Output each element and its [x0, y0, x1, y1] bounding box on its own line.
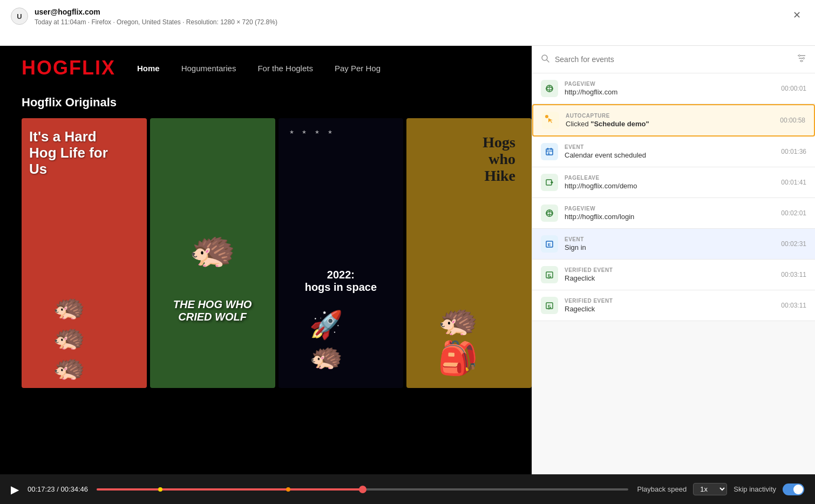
svg-point-5 [799, 55, 800, 57]
card-3-stars: ★ ★ ★ ★ [289, 129, 336, 135]
event-description: http://hogflix.com/login [565, 213, 775, 221]
event-item-signin[interactable]: E EVENT Sign in 00:02:31 [532, 229, 815, 260]
event-content: EVENT Sign in [565, 236, 775, 251]
card-1-title: It's a Hard Hog Life for Us [29, 129, 126, 178]
right-panel: PAGEVIEW http://hogflix.com 00:00:01 AUT… [532, 46, 815, 474]
search-area [532, 46, 815, 73]
event-type-label: VERIFIED EVENT [565, 267, 775, 273]
event-content: PAGEVIEW http://hogflix.com [565, 81, 775, 96]
event-time: 00:02:01 [781, 209, 806, 217]
playback-speed-label: Playback speed [637, 485, 687, 493]
card-3-illustration: 🚀🦔 [309, 309, 372, 372]
event-time: 00:00:01 [781, 85, 806, 92]
play-button[interactable]: ▶ [11, 483, 19, 496]
event-content: VERIFIED EVENT Rageclick [565, 267, 775, 282]
card-4-title: HogswhoHike [483, 134, 515, 184]
event-time: 00:03:11 [781, 271, 806, 278]
event-time: 00:03:11 [781, 302, 806, 309]
event-content: EVENT Calendar event scheduled [565, 144, 775, 159]
event-type-label: EVENT [565, 144, 775, 150]
progress-dot-orange [286, 487, 290, 492]
nav-pay-per-hog[interactable]: Pay Per Hog [335, 64, 381, 73]
event-item-rageclick-2[interactable]: E VERIFIED EVENT Rageclick 00:03:11 [532, 290, 815, 321]
skip-inactivity-toggle[interactable] [783, 483, 804, 495]
event-icon-pageview [541, 80, 558, 97]
event-time: 00:01:36 [781, 148, 806, 155]
event-time: 00:01:41 [781, 179, 806, 186]
movie-card-4[interactable]: HogswhoHike 🦔🎒 [406, 118, 532, 388]
event-description: Rageclick [565, 274, 775, 282]
movie-card-2[interactable]: THE HOG WHO CRIED WOLF 🦔 [150, 118, 275, 388]
card-4-illustration: 🦔🎒 [438, 301, 500, 377]
events-list: PAGEVIEW http://hogflix.com 00:00:01 AUT… [532, 73, 815, 474]
current-time: 00:17:23 [28, 485, 55, 493]
progress-fill [97, 488, 363, 491]
hogflix-content: Hogflix Originals It's a Hard Hog Life f… [0, 90, 532, 388]
event-description: Rageclick [565, 305, 775, 313]
event-item-autocapture[interactable]: AUTOCAPTURE Clicked "Schedule demo" 00:0… [532, 104, 815, 137]
movie-card-3[interactable]: 2022:hogs in space 🚀🦔 ★ ★ ★ ★ [279, 118, 404, 388]
event-icon-event: E [541, 143, 558, 160]
search-icon [541, 54, 549, 65]
event-time: 00:02:31 [781, 240, 806, 248]
event-type-label: VERIFIED EVENT [565, 298, 775, 304]
event-icon-pageview-2 [541, 205, 558, 222]
svg-text:E: E [548, 242, 551, 247]
event-item-pageview-2[interactable]: PAGEVIEW http://hogflix.com/login 00:02:… [532, 198, 815, 229]
right-controls: Playback speed 0.5x 1x 1.5x 2x 4x Skip i… [637, 483, 804, 495]
card-2-illustration: 🦔 [189, 227, 236, 271]
main-area: HOGFLIX Home Hogumentaries For the Hogle… [0, 46, 815, 474]
close-button[interactable]: ✕ [789, 8, 804, 23]
movie-card-1[interactable]: It's a Hard Hog Life for Us 🦔🦔🦔 [22, 118, 147, 388]
event-content: PAGELEAVE http://hogflix.com/demo [565, 175, 775, 190]
event-icon-signin: E [541, 235, 558, 253]
search-input[interactable] [555, 55, 791, 64]
section-title: Hogflix Originals [22, 96, 532, 110]
svg-point-6 [803, 58, 805, 59]
event-item-rageclick-1[interactable]: E VERIFIED EVENT Rageclick 00:03:11 [532, 260, 815, 290]
event-type-label: PAGELEAVE [565, 175, 775, 181]
event-icon-autocapture [542, 112, 559, 129]
session-meta: Today at 11:04am · Firefox · Oregon, Uni… [35, 18, 277, 26]
time-display: 00:17:23 / 00:34:46 [28, 485, 88, 493]
svg-point-7 [801, 60, 803, 62]
nav-for-hoglets[interactable]: For the Hoglets [257, 64, 313, 73]
app-area: HOGFLIX Home Hogumentaries For the Hogle… [0, 46, 532, 474]
avatar: U [11, 8, 28, 25]
skip-inactivity-label: Skip inactivity [734, 485, 776, 493]
event-description: Sign in [565, 243, 775, 251]
event-description: Calendar event scheduled [565, 151, 775, 159]
event-content: AUTOCAPTURE Clicked "Schedule demo" [566, 113, 773, 128]
user-info: user@hogflix.com Today at 11:04am · Fire… [35, 8, 277, 26]
event-icon-verified-1: E [541, 266, 558, 283]
filter-icon[interactable] [797, 53, 806, 65]
progress-thumb[interactable] [359, 486, 366, 493]
svg-line-1 [547, 60, 549, 62]
event-description: Clicked "Schedule demo" [566, 120, 773, 128]
event-type-label: AUTOCAPTURE [566, 113, 773, 119]
total-time: 00:34:46 [60, 485, 88, 493]
nav-home[interactable]: Home [137, 64, 160, 73]
card-3-title: 2022:hogs in space [305, 269, 377, 294]
card-2-title: THE HOG WHO CRIED WOLF [155, 298, 270, 323]
event-icon-pageleave [541, 174, 558, 191]
event-description: http://hogflix.com [565, 88, 775, 96]
svg-text:E: E [548, 152, 550, 155]
event-item-pageview-1[interactable]: PAGEVIEW http://hogflix.com 00:00:01 [532, 73, 815, 104]
hogflix-nav: HOGFLIX Home Hogumentaries For the Hogle… [0, 46, 532, 90]
event-item-pageleave[interactable]: PAGELEAVE http://hogflix.com/demo 00:01:… [532, 167, 815, 198]
card-1-illustration: 🦔🦔🦔 [53, 292, 116, 383]
cards-row: It's a Hard Hog Life for Us 🦔🦔🦔 THE HOG … [22, 118, 532, 388]
event-icon-verified-2: E [541, 297, 558, 314]
nav-hogumentaries[interactable]: Hogumentaries [181, 64, 236, 73]
playback-speed-select[interactable]: 0.5x 1x 1.5x 2x 4x [693, 483, 727, 495]
hogflix-logo: HOGFLIX [22, 57, 116, 79]
event-content: VERIFIED EVENT Rageclick [565, 298, 775, 313]
event-item-calendar[interactable]: E EVENT Calendar event scheduled 00:01:3… [532, 137, 815, 167]
event-type-label: PAGEVIEW [565, 81, 775, 87]
event-description: http://hogflix.com/demo [565, 182, 775, 190]
topbar: U user@hogflix.com Today at 11:04am · Fi… [0, 0, 815, 46]
bottom-controls: ▶ 00:17:23 / 00:34:46 Playback speed 0.5… [0, 474, 815, 504]
event-time: 00:00:58 [780, 117, 805, 124]
progress-bar[interactable] [97, 488, 628, 491]
